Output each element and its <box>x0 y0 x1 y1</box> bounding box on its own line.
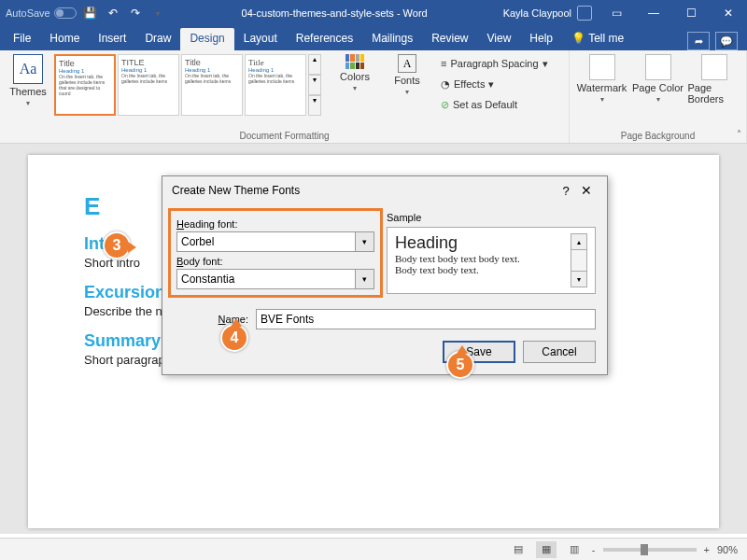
maximize-icon[interactable]: ☐ <box>672 0 710 26</box>
style-tile[interactable]: TitleHeading 1On the Insert tab, the gal… <box>245 54 306 116</box>
heading-font-label: Heading font: <box>176 218 374 230</box>
undo-icon[interactable]: ↶ <box>105 5 121 21</box>
tab-file[interactable]: File <box>4 28 40 50</box>
chevron-down-icon[interactable]: ▾ <box>356 231 374 252</box>
tab-help[interactable]: Help <box>520 28 562 50</box>
scroll-track[interactable] <box>571 250 587 271</box>
user-name: Kayla Claypool <box>503 7 571 19</box>
cancel-button[interactable]: Cancel <box>523 341 596 363</box>
ribbon-options-icon[interactable]: ▭ <box>598 0 635 26</box>
ribbon: Aa Themes ▾ TitleHeading 1On the Insert … <box>0 50 747 144</box>
title-bar: AutoSave 💾 ↶ ↷ ▾ 04-custom-themes-and-st… <box>0 0 747 26</box>
zoom-out-button[interactable]: - <box>592 544 596 555</box>
page-color-button[interactable]: Page Color▾ <box>632 54 684 104</box>
save-icon[interactable]: 💾 <box>82 5 99 21</box>
colors-icon <box>345 54 364 69</box>
share-icon[interactable]: ➦ <box>687 32 710 50</box>
tab-mailings[interactable]: Mailings <box>362 28 422 50</box>
body-font-input[interactable] <box>176 269 356 289</box>
group-label-pagebg: Page Background <box>575 127 740 141</box>
themes-button[interactable]: Aa Themes ▾ <box>6 54 50 107</box>
tab-home[interactable]: Home <box>40 28 89 50</box>
user-area[interactable]: Kayla Claypool <box>498 6 598 21</box>
window-controls: ▭ — ☐ ✕ <box>598 0 747 26</box>
sample-body1: Body text body text body text. <box>395 253 571 264</box>
redo-icon[interactable]: ↷ <box>127 5 144 21</box>
group-label-docfmt: Document Formatting <box>6 127 563 141</box>
watermark-button[interactable]: Watermark▾ <box>576 54 628 104</box>
ribbon-tabs: File Home Insert Draw Design Layout Refe… <box>0 26 747 50</box>
gallery-more-icon[interactable]: ▾ <box>308 95 321 116</box>
tab-design[interactable]: Design <box>180 28 233 50</box>
callout-badge-5: 5 <box>446 351 474 379</box>
style-set-gallery[interactable]: TitleHeading 1On the Insert tab, the gal… <box>54 54 321 116</box>
check-icon: ⊘ <box>441 99 449 111</box>
callout-badge-4: 4 <box>220 324 248 352</box>
zoom-in-button[interactable]: + <box>704 544 710 555</box>
watermark-icon <box>589 54 615 80</box>
dialog-title: Create New Theme Fonts <box>172 184 300 197</box>
dialog-titlebar[interactable]: Create New Theme Fonts ? ✕ <box>162 176 607 204</box>
fonts-button[interactable]: A Fonts▾ <box>385 54 430 114</box>
fonts-icon: A <box>398 54 416 73</box>
tab-draw[interactable]: Draw <box>135 28 180 50</box>
sample-scrollbar[interactable]: ▴ ▾ <box>571 233 587 287</box>
zoom-thumb[interactable] <box>641 544 648 555</box>
comments-icon[interactable]: 💬 <box>715 32 738 50</box>
tab-references[interactable]: References <box>287 28 362 50</box>
user-avatar-icon <box>577 6 592 21</box>
chevron-down-icon: ▾ <box>26 99 30 107</box>
qat-customize-icon[interactable]: ▾ <box>149 5 166 21</box>
minimize-icon[interactable]: — <box>635 0 672 26</box>
gallery-scroll[interactable]: ▴ ▾ ▾ <box>308 54 321 116</box>
scroll-down-icon[interactable]: ▾ <box>308 75 321 95</box>
help-icon[interactable]: ? <box>557 184 575 198</box>
read-mode-icon[interactable]: ▤ <box>508 541 529 558</box>
themes-icon: Aa <box>13 54 43 84</box>
toggle-off-icon[interactable] <box>54 7 77 19</box>
tab-tellme[interactable]: 💡 Tell me <box>562 28 633 50</box>
scroll-up-icon[interactable]: ▴ <box>308 54 321 75</box>
themes-label: Themes <box>9 86 47 97</box>
style-tile[interactable]: TitleHeading 1On the Insert tab, the gal… <box>54 54 116 116</box>
name-input[interactable] <box>256 309 596 329</box>
sample-label: Sample <box>387 212 596 223</box>
sample-preview: Heading Body text body text body text. B… <box>387 227 596 294</box>
scroll-down-icon[interactable]: ▾ <box>571 271 587 287</box>
style-tile[interactable]: TitleHeading 1On the Insert tab, the gal… <box>181 54 243 116</box>
page-borders-button[interactable]: Page Borders <box>688 54 740 105</box>
paragraph-spacing-button[interactable]: ≡ Paragraph Spacing ▾ <box>441 54 548 73</box>
print-layout-icon[interactable]: ▦ <box>536 541 557 558</box>
sample-heading: Heading <box>395 233 571 253</box>
quick-access-toolbar: AutoSave 💾 ↶ ↷ ▾ <box>0 5 172 21</box>
style-tile[interactable]: TITLEHeading 1On the Insert tab, the gal… <box>118 54 179 116</box>
collapse-ribbon-icon[interactable]: ˄ <box>737 129 741 139</box>
tab-review[interactable]: Review <box>422 28 477 50</box>
tab-insert[interactable]: Insert <box>89 28 135 50</box>
font-selectors-highlight: Heading font: ▾ Body font: ▾ <box>168 208 383 298</box>
close-window-icon[interactable]: ✕ <box>710 0 747 26</box>
zoom-slider[interactable] <box>603 548 697 552</box>
document-title: 04-custom-themes-and-style-sets - Word <box>172 7 498 19</box>
tab-view[interactable]: View <box>478 28 521 50</box>
heading-font-input[interactable] <box>176 231 356 252</box>
page-color-icon <box>645 54 671 80</box>
autosave-label: AutoSave <box>6 7 50 19</box>
autosave-toggle[interactable]: AutoSave <box>6 7 77 19</box>
effects-button[interactable]: ◔ Effects ▾ <box>441 75 548 93</box>
zoom-level[interactable]: 90% <box>717 544 738 555</box>
colors-button[interactable]: Colors▾ <box>332 54 377 114</box>
tab-layout[interactable]: Layout <box>234 28 287 50</box>
close-icon[interactable]: ✕ <box>575 183 598 198</box>
body-font-label: Body font: <box>176 256 374 267</box>
heading-font-combo[interactable]: ▾ <box>176 231 374 252</box>
body-font-combo[interactable]: ▾ <box>176 269 374 289</box>
sample-body2: Body text body text. <box>395 264 571 275</box>
status-bar: ▤ ▦ ▥ - + 90% <box>0 538 747 560</box>
set-default-button[interactable]: ⊘ Set as Default <box>441 95 548 114</box>
web-layout-icon[interactable]: ▥ <box>564 541 585 558</box>
callout-badge-3: 3 <box>103 231 131 259</box>
chevron-down-icon[interactable]: ▾ <box>356 269 374 289</box>
page-borders-icon <box>701 54 727 80</box>
scroll-up-icon[interactable]: ▴ <box>571 233 587 250</box>
